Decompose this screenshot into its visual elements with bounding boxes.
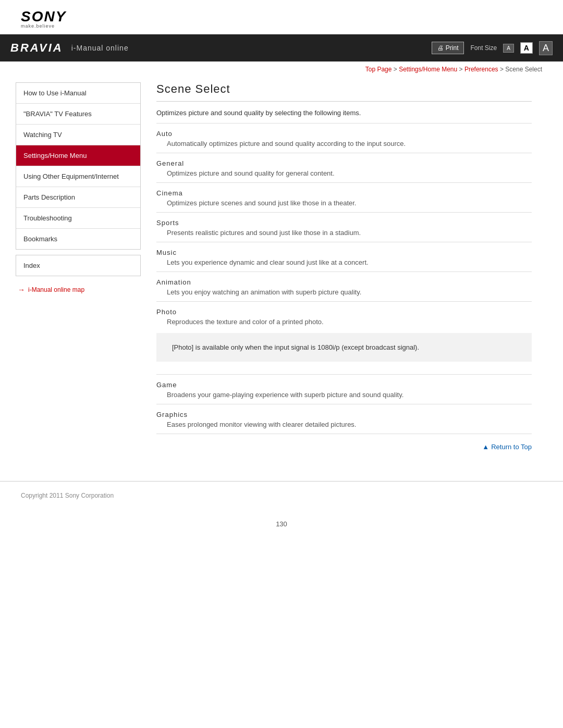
scene-music-desc: Lets you experience dynamic and clear so… (156, 258, 532, 266)
note-box: [Photo] is available only when the input… (156, 333, 532, 362)
page-title: Scene Select (156, 82, 532, 102)
scene-animation: Animation Lets you enjoy watching an ani… (156, 272, 532, 302)
scene-animation-name: Animation (156, 278, 532, 286)
scene-music-name: Music (156, 249, 532, 256)
scene-general: General Optimizes picture and sound qual… (156, 153, 532, 183)
scene-graphics-name: Graphics (156, 411, 532, 418)
copyright-text: Copyright 2011 Sony Corporation (21, 492, 114, 499)
breadcrumb-top-page[interactable]: Top Page (365, 66, 392, 73)
font-size-medium-button[interactable]: A (520, 42, 533, 54)
print-icon: 🖨 (437, 44, 444, 52)
i-manual-label: i-Manual online (71, 44, 129, 52)
scene-game-name: Game (156, 381, 532, 389)
sidebar-item-troubleshooting[interactable]: Troubleshooting (16, 208, 140, 229)
nav-bar-right: 🖨 Print Font Size A A A (432, 41, 553, 55)
scene-graphics-desc: Eases prolonged monitor viewing with cle… (156, 421, 532, 428)
scene-general-desc: Optimizes picture and sound quality for … (156, 169, 532, 177)
sony-wordmark: SONY (21, 9, 542, 24)
content-area: Scene Select Optimizes picture and sound… (141, 77, 547, 465)
sidebar-nav: How to Use i-Manual "BRAVIA" TV Features… (16, 82, 141, 250)
scene-cinema-name: Cinema (156, 189, 532, 197)
sidebar-item-using-other-equipment[interactable]: Using Other Equipment/Internet (16, 166, 140, 187)
scene-sports-name: Sports (156, 219, 532, 227)
return-to-top-link[interactable]: ▲ Return to Top (482, 443, 532, 451)
scene-photo: Photo Reproduces the texture and color o… (156, 302, 532, 375)
sidebar-item-watching-tv[interactable]: Watching TV (16, 125, 140, 145)
arrow-icon: → (18, 286, 25, 294)
sidebar-item-bravia-features[interactable]: "BRAVIA" TV Features (16, 104, 140, 125)
scene-animation-desc: Lets you enjoy watching an animation wit… (156, 288, 532, 296)
intro-text: Optimizes picture and sound quality by s… (156, 109, 532, 124)
scene-cinema-desc: Optimizes picture scenes and sound just … (156, 199, 532, 207)
font-size-small-button[interactable]: A (503, 44, 514, 53)
breadcrumb-preferences[interactable]: Preferences (464, 66, 498, 73)
breadcrumb-current: Scene Select (505, 66, 542, 73)
font-size-large-button[interactable]: A (539, 41, 553, 55)
scene-auto-name: Auto (156, 130, 532, 138)
scene-photo-name: Photo (156, 308, 532, 316)
scene-game-desc: Broadens your game-playing experience wi… (156, 391, 532, 399)
sidebar-map-link[interactable]: → i-Manual online map (16, 281, 141, 298)
sidebar-index: Index (16, 255, 141, 276)
scene-graphics: Graphics Eases prolonged monitor viewing… (156, 404, 532, 434)
sidebar-item-settings-home-menu[interactable]: Settings/Home Menu (16, 145, 140, 166)
scene-game: Game Broadens your game-playing experien… (156, 375, 532, 404)
return-to-top: ▲ Return to Top (156, 434, 532, 455)
sidebar-item-bookmarks[interactable]: Bookmarks (16, 229, 140, 249)
bravia-logo: BRAVIA (10, 41, 63, 55)
scene-auto-desc: Automatically optimizes picture and soun… (156, 140, 532, 147)
nav-bar: BRAVIA i-Manual online 🖨 Print Font Size… (0, 34, 563, 61)
scene-music: Music Lets you experience dynamic and cl… (156, 242, 532, 272)
scene-cinema: Cinema Optimizes picture scenes and soun… (156, 183, 532, 213)
scene-auto: Auto Automatically optimizes picture and… (156, 124, 532, 153)
sidebar-item-index[interactable]: Index (16, 255, 140, 276)
triangle-up-icon: ▲ (482, 443, 489, 451)
scene-photo-desc: Reproduces the texture and color of a pr… (156, 318, 532, 326)
top-header: SONY make.believe (0, 0, 563, 34)
main-layout: How to Use i-Manual "BRAVIA" TV Features… (0, 77, 563, 481)
nav-bar-left: BRAVIA i-Manual online (10, 41, 129, 55)
scene-general-name: General (156, 159, 532, 167)
sony-logo: SONY make.believe (21, 9, 542, 29)
sony-tagline: make.believe (21, 24, 542, 29)
page-number: 130 (0, 510, 563, 538)
sidebar-item-parts-description[interactable]: Parts Description (16, 187, 140, 208)
sidebar: How to Use i-Manual "BRAVIA" TV Features… (16, 77, 141, 465)
font-size-label: Font Size (470, 44, 497, 52)
footer: Copyright 2011 Sony Corporation (0, 481, 563, 510)
breadcrumb: Top Page > Settings/Home Menu > Preferen… (0, 61, 563, 77)
scene-sports: Sports Presents realistic pictures and s… (156, 213, 532, 242)
print-button[interactable]: 🖨 Print (432, 42, 464, 54)
sidebar-item-how-to-use[interactable]: How to Use i-Manual (16, 83, 140, 104)
scene-sports-desc: Presents realistic pictures and sound ju… (156, 229, 532, 237)
breadcrumb-settings-menu[interactable]: Settings/Home Menu (399, 66, 457, 73)
